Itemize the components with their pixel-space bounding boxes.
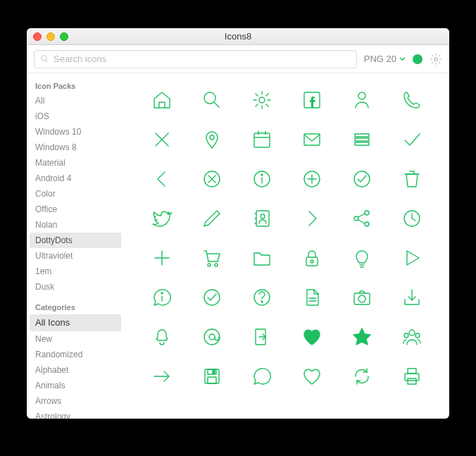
window-title: Icons8 [27, 31, 449, 42]
pack-item-android-4[interactable]: Android 4 [27, 171, 124, 186]
search-icon [40, 54, 49, 63]
phone-icon[interactable] [387, 80, 437, 120]
packs-heading: Icon Packs [27, 79, 124, 93]
settings-icon[interactable] [237, 80, 287, 120]
svg-point-30 [261, 214, 265, 218]
print-icon[interactable] [387, 357, 437, 396]
pack-item-color[interactable]: Color [27, 186, 124, 202]
svg-point-66 [415, 333, 420, 338]
location-icon[interactable] [187, 120, 237, 159]
pack-item-dottydots[interactable]: DottyDots [30, 233, 121, 248]
refresh-icon[interactable] [337, 357, 387, 396]
back-icon[interactable] [137, 159, 187, 199]
format-selector[interactable]: PNG 20 [364, 54, 406, 64]
star-icon[interactable] [337, 317, 387, 357]
document-icon[interactable] [287, 278, 337, 317]
svg-rect-68 [205, 369, 219, 383]
camera-icon[interactable] [337, 278, 387, 317]
pack-item-ultraviolet[interactable]: Ultraviolet [27, 248, 124, 264]
svg-point-43 [215, 264, 218, 266]
share-icon[interactable] [337, 199, 387, 238]
play-icon[interactable] [387, 238, 437, 278]
twitter-icon[interactable] [137, 199, 187, 238]
edit-icon[interactable] [187, 199, 237, 238]
close-circle-icon[interactable] [187, 159, 237, 199]
category-item-alphabet[interactable]: Alphabet [27, 362, 124, 378]
check-circle-icon[interactable] [337, 159, 387, 199]
cart-icon[interactable] [187, 238, 237, 278]
svg-point-53 [261, 301, 263, 302]
bell-icon[interactable] [137, 317, 187, 357]
window-zoom-button[interactable] [60, 32, 68, 41]
group-icon[interactable] [387, 317, 437, 357]
pack-item-1em[interactable]: 1em [27, 264, 124, 279]
lock-icon[interactable] [287, 238, 337, 278]
svg-point-57 [358, 295, 365, 302]
category-item-new[interactable]: New [27, 331, 124, 347]
mail-icon[interactable] [287, 120, 337, 159]
idea-icon[interactable] [337, 238, 387, 278]
pack-item-material[interactable]: Material [27, 155, 124, 171]
search-field[interactable] [34, 50, 357, 68]
window-close-button[interactable] [33, 32, 42, 41]
pack-item-all[interactable]: All [27, 93, 124, 109]
svg-point-0 [42, 56, 47, 61]
category-item-arrows[interactable]: Arrows [27, 393, 124, 409]
forward-icon[interactable] [287, 199, 337, 238]
svg-point-5 [259, 97, 265, 103]
pack-item-office[interactable]: Office [27, 202, 124, 217]
pack-item-ios[interactable]: iOS [27, 109, 124, 124]
svg-line-1 [46, 60, 48, 62]
speech-icon[interactable] [237, 357, 287, 396]
plus-icon[interactable] [137, 238, 187, 278]
menu-icon[interactable] [337, 120, 387, 159]
format-label: PNG 20 [364, 54, 396, 64]
info-circle-icon[interactable] [237, 159, 287, 199]
svg-point-34 [354, 216, 358, 221]
svg-point-7 [358, 92, 365, 99]
svg-point-36 [365, 222, 369, 226]
user-icon[interactable] [337, 80, 387, 120]
heart-icon[interactable] [287, 317, 337, 357]
trash-icon[interactable] [387, 159, 437, 199]
heart-outline-icon[interactable] [287, 357, 337, 396]
facebook-icon[interactable] [287, 80, 337, 120]
email-at-icon[interactable] [187, 317, 237, 357]
window-minimize-button[interactable] [46, 32, 55, 41]
settings-button[interactable] [430, 53, 442, 66]
search-icon[interactable] [187, 80, 237, 120]
category-item-astrology[interactable]: Astrology [27, 409, 124, 419]
svg-point-42 [208, 264, 211, 266]
pack-item-windows-8[interactable]: Windows 8 [27, 140, 124, 155]
close-icon[interactable] [137, 120, 187, 159]
svg-point-50 [161, 292, 163, 294]
folder-icon[interactable] [237, 238, 287, 278]
svg-line-4 [214, 102, 219, 107]
ok-circle-icon[interactable] [187, 278, 237, 317]
svg-point-45 [311, 260, 313, 263]
arrow-right-icon[interactable] [137, 357, 187, 396]
pack-item-nolan[interactable]: Nolan [27, 217, 124, 233]
app-window: Icons8 PNG 20 Icon Packs AlliOSWindows 1… [27, 28, 449, 419]
svg-point-10 [210, 135, 214, 140]
pack-item-dusk[interactable]: Dusk [27, 279, 124, 295]
category-item-animals[interactable]: Animals [27, 378, 124, 393]
calendar-icon[interactable] [237, 120, 287, 159]
add-circle-icon[interactable] [287, 159, 337, 199]
download-icon[interactable] [387, 278, 437, 317]
search-input[interactable] [54, 54, 351, 64]
pack-item-windows-10[interactable]: Windows 10 [27, 124, 124, 140]
category-item-randomized[interactable]: Randomized [27, 347, 124, 362]
chevron-down-icon [399, 56, 406, 62]
home-icon[interactable] [137, 80, 187, 120]
check-icon[interactable] [387, 120, 437, 159]
info-speech-icon[interactable] [137, 278, 187, 317]
color-indicator[interactable] [413, 54, 422, 64]
help-circle-icon[interactable] [237, 278, 287, 317]
exit-icon[interactable] [237, 317, 287, 357]
save-icon[interactable] [187, 357, 237, 396]
svg-rect-72 [405, 374, 419, 381]
category-item-all-icons[interactable]: All Icons [30, 314, 121, 331]
contacts-icon[interactable] [237, 199, 287, 238]
clock-icon[interactable] [387, 199, 437, 238]
